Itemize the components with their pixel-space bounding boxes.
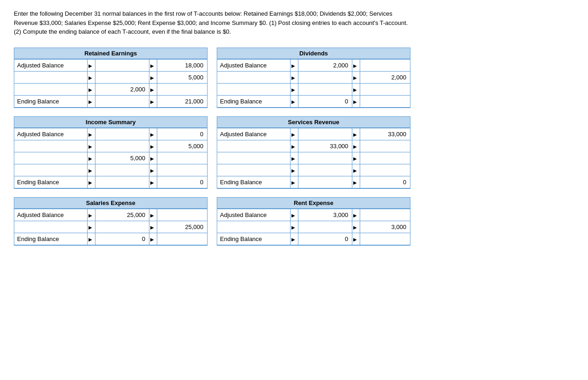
debit-cell[interactable]: 3,000 bbox=[298, 209, 352, 221]
retained-earnings-title: Retained Earnings bbox=[14, 48, 207, 59]
debit-cell[interactable] bbox=[298, 83, 352, 95]
credit-cell[interactable] bbox=[360, 83, 410, 95]
arrow-icon: ▶ bbox=[291, 63, 295, 68]
table-row: ▶ 2,000 ▶ bbox=[14, 83, 207, 95]
debit-cell[interactable]: 2,000 bbox=[95, 83, 149, 95]
salaries-expense-title: Salaries Expense bbox=[14, 198, 207, 209]
ending-debit[interactable] bbox=[95, 176, 149, 188]
debit-cell[interactable] bbox=[95, 221, 149, 233]
arrow-icon: ▶ bbox=[150, 237, 154, 242]
ending-debit[interactable]: 0 bbox=[298, 233, 352, 245]
ending-credit[interactable] bbox=[360, 95, 410, 107]
rent-expense-title: Rent Expense bbox=[217, 198, 410, 209]
table-row: ▶ ▶ 3,000 bbox=[217, 221, 410, 233]
arrow-icon: ▶ bbox=[150, 156, 154, 161]
credit-cell[interactable] bbox=[157, 152, 207, 164]
arrow-icon: ▶ bbox=[150, 180, 154, 185]
debit-cell[interactable] bbox=[298, 71, 352, 83]
income-summary-title: Income Summary bbox=[14, 117, 207, 128]
arrow-icon: ▶ bbox=[291, 237, 295, 242]
arrow-icon: ▶ bbox=[353, 180, 357, 185]
ending-balance-row: Ending Balance ▶ 0 ▶ bbox=[217, 233, 410, 245]
arrow-icon: ▶ bbox=[291, 132, 295, 137]
credit-cell[interactable] bbox=[360, 164, 410, 176]
ending-balance-row: Ending Balance ▶ ▶ 21,000 bbox=[14, 95, 207, 107]
table-row: ▶ ▶ 25,000 bbox=[14, 221, 207, 233]
arrow-icon: ▶ bbox=[353, 237, 357, 242]
debit-cell[interactable] bbox=[298, 128, 352, 140]
debit-cell[interactable] bbox=[95, 71, 149, 83]
arrow-icon: ▶ bbox=[291, 225, 295, 230]
credit-cell[interactable] bbox=[157, 164, 207, 176]
arrow-icon: ▶ bbox=[291, 75, 295, 80]
table-row: ▶ ▶ 5,000 bbox=[14, 71, 207, 83]
credit-cell[interactable]: 18,000 bbox=[157, 59, 207, 71]
credit-cell[interactable]: 0 bbox=[157, 128, 207, 140]
arrow-icon: ▶ bbox=[150, 99, 154, 104]
arrow-icon: ▶ bbox=[291, 99, 295, 104]
credit-cell[interactable]: 5,000 bbox=[157, 71, 207, 83]
credit-cell[interactable] bbox=[360, 140, 410, 152]
credit-cell[interactable]: 5,000 bbox=[157, 140, 207, 152]
ending-debit[interactable]: 0 bbox=[95, 233, 149, 245]
ending-label: Ending Balance bbox=[217, 176, 291, 188]
debit-cell[interactable] bbox=[95, 164, 149, 176]
debit-cell[interactable]: 5,000 bbox=[95, 152, 149, 164]
row-label: Adjusted Balance bbox=[14, 59, 88, 71]
credit-cell[interactable] bbox=[360, 152, 410, 164]
arrow-icon: ▶ bbox=[353, 75, 357, 80]
debit-cell[interactable] bbox=[95, 59, 149, 71]
arrow-icon: ▶ bbox=[353, 225, 357, 230]
arrow-icon: ▶ bbox=[291, 87, 295, 92]
arrow-icon: ▶ bbox=[150, 63, 154, 68]
ending-debit[interactable] bbox=[95, 95, 149, 107]
arrow-icon: ▶ bbox=[89, 144, 92, 149]
debit-cell[interactable]: 33,000 bbox=[298, 140, 352, 152]
arrow-icon: ▶ bbox=[353, 87, 357, 92]
arrow-icon: ▶ bbox=[353, 99, 357, 104]
debit-cell[interactable]: 25,000 bbox=[95, 209, 149, 221]
ending-credit[interactable]: 21,000 bbox=[157, 95, 207, 107]
debit-cell[interactable]: 2,000 bbox=[298, 59, 352, 71]
debit-cell[interactable] bbox=[298, 152, 352, 164]
credit-cell[interactable]: 3,000 bbox=[360, 221, 410, 233]
credit-cell[interactable]: 33,000 bbox=[360, 128, 410, 140]
ending-label: Ending Balance bbox=[14, 176, 88, 188]
debit-cell[interactable] bbox=[95, 140, 149, 152]
arrow-icon: ▶ bbox=[150, 132, 154, 137]
ending-credit[interactable]: 0 bbox=[157, 176, 207, 188]
arrow-icon: ▶ bbox=[89, 168, 92, 173]
table-row: Adjusted Balance ▶ 2,000 ▶ bbox=[217, 59, 410, 71]
credit-cell[interactable]: 25,000 bbox=[157, 221, 207, 233]
ending-credit[interactable] bbox=[360, 233, 410, 245]
retained-earnings-account: Retained Earnings Adjusted Balance ▶ ▶ 1… bbox=[14, 48, 208, 108]
ending-balance-row: Ending Balance ▶ 0 ▶ bbox=[14, 233, 207, 245]
dividends-title: Dividends bbox=[217, 48, 410, 59]
table-row: Adjusted Balance ▶ ▶ 18,000 bbox=[14, 59, 207, 71]
rent-expense-account: Rent Expense Adjusted Balance ▶ 3,000 ▶ … bbox=[217, 197, 410, 246]
credit-cell[interactable] bbox=[157, 83, 207, 95]
debit-cell[interactable] bbox=[95, 128, 149, 140]
debit-cell[interactable] bbox=[298, 164, 352, 176]
credit-cell[interactable] bbox=[360, 209, 410, 221]
table-row: Adjusted Balance ▶ 3,000 ▶ bbox=[217, 209, 410, 221]
credit-cell[interactable]: 2,000 bbox=[360, 71, 410, 83]
salaries-expense-account: Salaries Expense Adjusted Balance ▶ 25,0… bbox=[14, 197, 208, 246]
table-row: ▶ ▶ bbox=[217, 152, 410, 164]
ending-credit[interactable] bbox=[157, 233, 207, 245]
arrow-icon: ▶ bbox=[353, 132, 357, 137]
ending-debit[interactable]: 0 bbox=[298, 95, 352, 107]
ending-debit[interactable] bbox=[298, 176, 352, 188]
credit-cell[interactable] bbox=[157, 209, 207, 221]
accounts-grid: Retained Earnings Adjusted Balance ▶ ▶ 1… bbox=[14, 48, 574, 246]
ending-balance-row: Ending Balance ▶ ▶ 0 bbox=[14, 176, 207, 188]
debit-cell[interactable] bbox=[298, 221, 352, 233]
arrow-icon: ▶ bbox=[89, 63, 92, 68]
credit-cell[interactable] bbox=[360, 59, 410, 71]
arrow-icon: ▶ bbox=[89, 156, 92, 161]
arrow-icon: ▶ bbox=[89, 75, 92, 80]
table-row: ▶ 33,000 ▶ bbox=[217, 140, 410, 152]
arrow-icon: ▶ bbox=[150, 225, 154, 230]
arrow-icon: ▶ bbox=[89, 132, 92, 137]
ending-credit[interactable]: 0 bbox=[360, 176, 410, 188]
